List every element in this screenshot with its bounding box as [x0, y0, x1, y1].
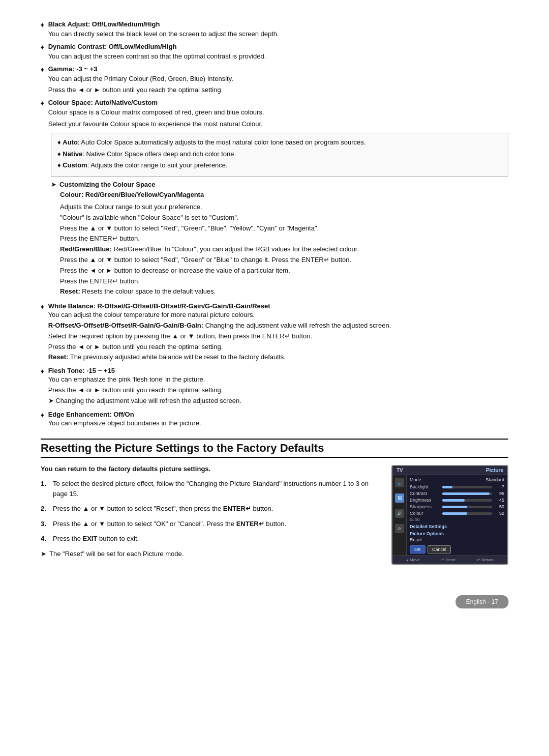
step-4-num: 4. — [41, 534, 49, 544]
page-footer: English - 17 — [456, 595, 508, 608]
row-backlight-label: Backlight — [410, 484, 440, 489]
inset-auto: ♦ Auto: Auto Color Space automatically a… — [57, 137, 502, 148]
tv-ok-btn[interactable]: OK — [410, 545, 425, 554]
edge-enhancement-title: Edge Enhancement: Off/On — [48, 411, 508, 418]
tv-cancel-btn[interactable]: Cancel — [428, 545, 451, 554]
row-brightness-val: 45 — [494, 498, 504, 503]
colour-space-desc1: Colour space is a Colour matrix composed… — [48, 107, 508, 118]
step-1-text: To select the desired picture effect, fo… — [53, 479, 381, 499]
tv-icon-2: 🖼 — [395, 493, 404, 503]
tv-mode-label: Mode — [410, 477, 421, 482]
tv-row-sharpness: Sharpness 50 — [410, 504, 504, 509]
diamond-icon: ♦ — [41, 43, 44, 51]
dynamic-contrast-title: Dynamic Contrast: Off/Low/Medium/High — [48, 43, 177, 50]
colour-space-inset-box: ♦ Auto: Auto Color Space automatically a… — [51, 133, 508, 177]
customize-line-4: Red/Green/Blue: Red/Green/Blue: In "Colo… — [60, 244, 508, 255]
row-brightness-bar — [442, 499, 492, 502]
gamma-desc2: Press the ◄ or ► button until you reach … — [48, 85, 508, 96]
reset-note-text: The "Reset" will be set for each Picture… — [49, 549, 184, 559]
step-2-num: 2. — [41, 504, 49, 514]
tv-screen: TV Picture 📺 🖼 🔊 ⚙ Mode Standard Backlig… — [391, 465, 508, 565]
inset-native-text: : Native Color Space offers deep and ric… — [82, 150, 236, 158]
customize-line-1: "Colour" is available when "Colour Space… — [60, 213, 508, 223]
inset-auto-text: : Auto Color Space automatically adjusts… — [78, 138, 366, 146]
row-sharpness-fill — [442, 506, 467, 508]
customize-line-2: Press the ▲ or ▼ button to select "Red",… — [60, 223, 508, 234]
tv-icon-3: 🔊 — [395, 509, 404, 518]
edge-enhancement-content: Edge Enhancement: Off/On You can emphasi… — [48, 411, 508, 429]
row-colour-fill — [442, 512, 467, 515]
tv-header: TV Picture — [392, 466, 507, 475]
gamma-title: Gamma: -3 ~ +3 — [48, 65, 98, 73]
row-backlight-fill — [442, 486, 452, 488]
tv-footer-enter: ↵ Enter — [441, 558, 455, 562]
tv-mode-row: Mode Standard — [410, 477, 504, 482]
tv-gamma-label: G. 50 — [410, 517, 504, 522]
tv-footer-move: ⬥ Move — [406, 558, 420, 562]
step-4-text: Press the EXIT button to exit. — [53, 534, 139, 544]
white-balance-content: White Balance: R-Offset/G-Offset/B-Offse… — [48, 302, 508, 363]
bullet-colour-space: ♦ Colour Space: Auto/Native/Custom Colou… — [41, 99, 508, 130]
customize-body: Colour: Red/Green/Blue/Yellow/Cyan/Magen… — [60, 190, 508, 297]
row-sharpness-bar — [442, 506, 492, 508]
customize-subheader: Colour: Red/Green/Blue/Yellow/Cyan/Magen… — [60, 190, 508, 200]
flesh-tone-title: Flesh Tone: -15 ~ +15 — [48, 367, 508, 374]
row-brightness-label: Brightness — [410, 498, 440, 503]
white-balance-title: White Balance: R-Offset/G-Offset/B-Offse… — [48, 302, 508, 310]
bullet-white-balance: ♦ White Balance: R-Offset/G-Offset/B-Off… — [41, 302, 508, 363]
bullet-edge-enhancement: ♦ Edge Enhancement: Off/On You can empha… — [41, 411, 508, 429]
row-contrast-bar — [442, 492, 492, 495]
main-content-row: You can return to the factory defaults p… — [41, 465, 508, 565]
customize-header: ➤ Customizing the Colour Space — [51, 181, 508, 188]
customize-line-8: Reset: Resets the colour space to the de… — [60, 286, 508, 297]
diamond-icon: ♦ — [41, 367, 44, 375]
tv-row-colour: Colour 50 — [410, 511, 504, 516]
step-3-num: 3. — [41, 519, 49, 529]
row-sharpness-label: Sharpness — [410, 504, 440, 509]
inset-custom-prefix: Custom — [63, 161, 87, 169]
inset-native-prefix: Native — [63, 150, 82, 158]
step-3: 3. Press the ▲ or ▼ button to select "OK… — [41, 519, 381, 529]
resetting-intro: You can return to the factory defaults p… — [41, 465, 381, 473]
flesh-tone-line-2: ➤ Changing the adjustment value will ref… — [48, 396, 508, 406]
page-footer-wrapper: English - 17 — [41, 580, 508, 608]
step-1-num: 1. — [41, 479, 49, 489]
tv-reset-label: Reset — [410, 537, 504, 542]
colour-space-title: Colour Space: Auto/Native/Custom — [48, 99, 158, 106]
row-colour-bar — [442, 512, 492, 515]
edge-enhancement-desc: You can emphasize object boundaries in t… — [48, 418, 508, 429]
step-3-text: Press the ▲ or ▼ button to select "OK" o… — [53, 519, 286, 529]
inset-custom: ♦ Custom: Adjusts the color range to sui… — [57, 160, 502, 171]
white-balance-line-3: Press the ◄ or ► button until you reach … — [48, 342, 508, 353]
colour-space-content: Colour Space: Auto/Native/Custom Colour … — [48, 99, 508, 130]
row-sharpness-val: 50 — [494, 504, 504, 509]
diamond-icon: ♦ — [41, 411, 44, 419]
row-backlight-val: 7 — [494, 484, 504, 489]
tv-row-brightness: Brightness 45 — [410, 498, 504, 503]
arrow-right-icon: ➤ — [51, 181, 56, 188]
row-colour-label: Colour — [410, 511, 440, 516]
white-balance-line-2: Select the required option by pressing t… — [48, 331, 508, 342]
colour-space-desc2: Select your favourite Colour space to ex… — [48, 119, 508, 130]
tv-sidebar: 📺 🖼 🔊 ⚙ — [392, 475, 407, 556]
row-contrast-fill — [442, 492, 490, 495]
flesh-tone-line-0: You can emphasize the pink 'flesh tone' … — [48, 374, 508, 385]
diamond-icon: ♦ — [41, 303, 44, 310]
note-arrow-icon: ➤ — [41, 549, 46, 559]
bullet-dynamic-contrast: ♦ Dynamic Contrast: Off/Low/Medium/High … — [41, 43, 508, 62]
row-contrast-val: 95 — [494, 491, 504, 496]
tv-header-right: Picture — [486, 468, 503, 473]
customize-header-text: Customizing the Colour Space — [59, 181, 156, 188]
white-balance-line-1: R-Offset/G-Offset/B-Offset/R-Gain/G-Gain… — [48, 321, 508, 331]
instructions-col: You can return to the factory defaults p… — [41, 465, 381, 562]
numbered-list: 1. To select the desired picture effect,… — [41, 479, 381, 544]
gamma-desc1: You can adjust the Primary Colour (Red, … — [48, 74, 508, 84]
inset-auto-prefix: Auto — [63, 138, 78, 146]
flesh-tone-line-1: Press the ◄ or ► button until you reach … — [48, 385, 508, 396]
tv-picture-options: Picture Options — [410, 531, 504, 536]
customize-section: ➤ Customizing the Colour Space Colour: R… — [51, 181, 508, 297]
reset-note: ➤ The "Reset" will be set for each Pictu… — [41, 549, 381, 559]
row-brightness-fill — [442, 499, 465, 502]
bullet-flesh-tone: ♦ Flesh Tone: -15 ~ +15 You can emphasiz… — [41, 367, 508, 406]
diamond-icon: ♦ — [41, 66, 44, 73]
